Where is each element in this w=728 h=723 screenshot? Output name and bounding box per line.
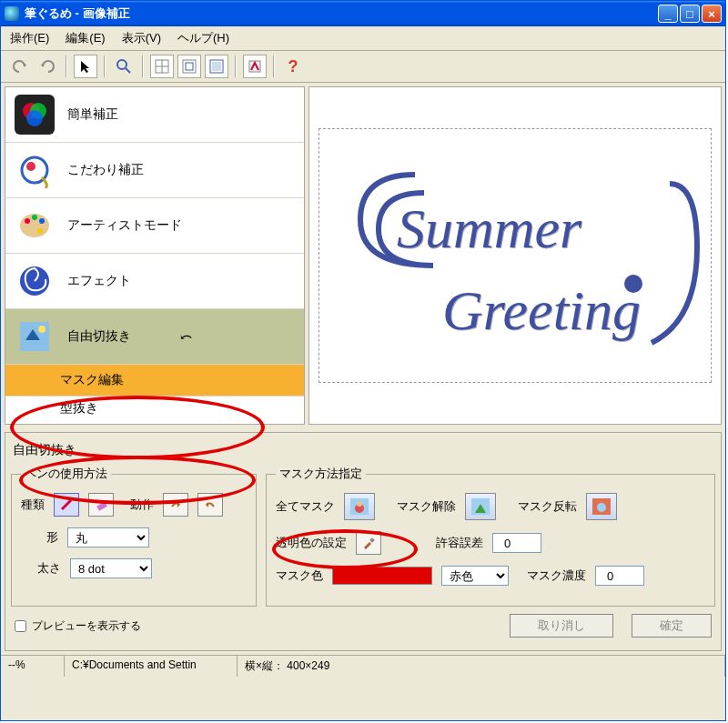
reset-button[interactable]: 取り消し xyxy=(510,614,613,638)
action-redo-button[interactable] xyxy=(163,493,188,517)
mask-all-button[interactable] xyxy=(344,493,375,520)
sidebar-item-artist-mode[interactable]: アーティストモード xyxy=(5,198,304,254)
cursor-icon: ⤺ xyxy=(180,328,192,346)
grid-icon[interactable] xyxy=(150,55,174,78)
preview-checkbox[interactable]: プレビューを表示する xyxy=(15,618,141,634)
svg-text:Greeting: Greeting xyxy=(442,279,641,341)
pointer-icon[interactable] xyxy=(74,55,97,78)
titlebar[interactable]: 筆ぐるめ - 画像補正 _ □ × xyxy=(1,1,725,26)
mask-group: マスク方法指定 全てマスク マスク解除 マスク反転 透明 xyxy=(266,466,715,607)
pen-draw-button[interactable] xyxy=(54,493,79,517)
mask-color-swatch xyxy=(332,567,432,585)
svg-point-12 xyxy=(26,110,43,126)
menu-edit[interactable]: 編集(E) xyxy=(66,30,105,46)
thickness-label: 太さ xyxy=(37,560,61,577)
rgb-circles-icon xyxy=(15,95,55,135)
toolbar: ? xyxy=(1,51,725,83)
mask-color-label: マスク色 xyxy=(276,567,323,584)
pen-erase-button[interactable] xyxy=(88,493,114,517)
sidebar-sub-mask-edit[interactable]: マスク編集 xyxy=(5,365,304,397)
close-button[interactable]: × xyxy=(702,5,722,23)
menu-view[interactable]: 表示(V) xyxy=(122,30,161,46)
cutout-icon xyxy=(15,316,55,356)
thickness-select[interactable]: 8 dot xyxy=(70,558,152,578)
svg-point-29 xyxy=(357,501,362,507)
status-dimensions: 横×縦： 400×249 xyxy=(238,656,725,677)
help-icon[interactable]: ? xyxy=(281,55,305,78)
mask-density-label: マスク濃度 xyxy=(527,567,586,584)
mask-release-button[interactable] xyxy=(465,493,496,520)
menu-file[interactable]: 操作(E) xyxy=(10,30,49,46)
tolerance-label: 許容誤差 xyxy=(436,535,483,551)
svg-rect-6 xyxy=(186,63,193,70)
spiral-icon xyxy=(15,261,55,301)
mask-group-legend: マスク方法指定 xyxy=(276,466,366,482)
actual-size-icon[interactable] xyxy=(205,55,228,78)
tolerance-spinner[interactable]: 0 xyxy=(492,533,541,553)
tool-icon[interactable] xyxy=(243,55,267,78)
palette-icon xyxy=(15,206,55,246)
svg-rect-33 xyxy=(369,537,375,543)
sidebar-item-effect[interactable]: エフェクト xyxy=(5,254,304,309)
svg-point-22 xyxy=(38,326,46,333)
svg-point-0 xyxy=(117,60,126,69)
pen-group: ペンの使用方法 種類 動作 xyxy=(11,466,257,607)
status-path: C:¥Documents and Settin xyxy=(65,656,238,677)
canvas[interactable]: Summer Greeting xyxy=(308,86,722,425)
sidebar-sub-shape-cut[interactable]: 型抜き xyxy=(5,397,304,420)
mask-density-spinner[interactable]: 0 xyxy=(595,566,644,586)
app-icon xyxy=(5,6,19,21)
svg-rect-5 xyxy=(183,60,196,73)
swirl-icon xyxy=(15,150,55,190)
svg-rect-26 xyxy=(96,502,107,511)
svg-point-18 xyxy=(39,218,45,224)
settings-panel: 自由切抜き ペンの使用方法 種類 動作 xyxy=(5,432,722,651)
action-label: 動作 xyxy=(130,497,154,513)
menu-help[interactable]: ヘルプ(H) xyxy=(177,30,229,46)
mask-invert-button[interactable] xyxy=(586,493,617,520)
status-zoom: --% xyxy=(1,656,65,677)
sidebar-item-label: エフェクト xyxy=(67,273,131,289)
svg-point-32 xyxy=(597,503,606,512)
fit-icon[interactable] xyxy=(177,55,201,78)
type-label: 種類 xyxy=(21,497,45,513)
preview-image: Summer Greeting xyxy=(318,128,712,383)
mask-color-select[interactable]: 赤色 xyxy=(441,566,509,586)
panel-title: 自由切抜き xyxy=(11,438,715,466)
svg-point-17 xyxy=(32,215,37,220)
svg-text:Summer: Summer xyxy=(397,197,582,259)
svg-point-14 xyxy=(26,162,35,171)
eyedropper-button[interactable] xyxy=(356,531,381,555)
mask-invert-label: マスク反転 xyxy=(518,498,577,515)
sidebar-item-label: こだわり補正 xyxy=(67,162,144,178)
shape-select[interactable]: 丸 xyxy=(67,527,149,547)
svg-line-1 xyxy=(126,68,130,73)
sidebar-sub-label: マスク編集 xyxy=(60,372,124,387)
sidebar[interactable]: 簡単補正 こだわり補正 アーティストモード エフェクト xyxy=(5,86,305,425)
svg-rect-8 xyxy=(212,62,221,71)
sidebar-sub-label: 型抜き xyxy=(60,400,98,415)
preview-checkbox-input[interactable] xyxy=(15,620,26,632)
apply-button[interactable]: 確定 xyxy=(632,614,712,638)
svg-point-19 xyxy=(37,228,43,234)
sidebar-item-detail-correction[interactable]: こだわり補正 xyxy=(5,143,304,198)
shape-label: 形 xyxy=(46,529,58,546)
sidebar-item-label: アーティストモード xyxy=(67,217,182,234)
svg-point-16 xyxy=(25,218,30,224)
mask-release-label: マスク解除 xyxy=(397,498,456,515)
undo-icon[interactable] xyxy=(8,55,32,78)
maximize-button[interactable]: □ xyxy=(680,5,700,23)
statusbar: --% C:¥Documents and Settin 横×縦： 400×249 xyxy=(1,655,725,677)
transparency-label: 透明色の設定 xyxy=(276,535,347,551)
sidebar-item-label: 簡単補正 xyxy=(67,106,118,123)
sidebar-item-easy-correction[interactable]: 簡単補正 xyxy=(5,87,304,143)
menubar: 操作(E) 編集(E) 表示(V) ヘルプ(H) xyxy=(1,26,725,51)
mask-all-label: 全てマスク xyxy=(276,498,335,515)
zoom-icon[interactable] xyxy=(112,55,136,78)
action-undo-button[interactable] xyxy=(197,493,223,517)
minimize-button[interactable]: _ xyxy=(658,5,678,23)
sidebar-item-label: 自由切抜き xyxy=(67,328,131,345)
redo-icon[interactable] xyxy=(35,55,59,78)
preview-text: Summer Greeting xyxy=(324,138,706,373)
sidebar-item-free-cutout[interactable]: 自由切抜き ⤺ xyxy=(5,309,304,365)
